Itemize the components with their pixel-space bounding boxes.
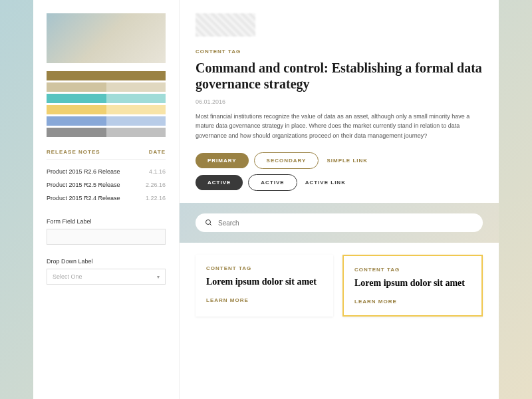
form-field-label: Form Field Label [47,218,166,225]
active-link[interactable]: ACTIVE LINK [303,175,348,190]
learn-more-link[interactable]: LEARN MORE [206,297,323,303]
card-tag: CONTENT TAG [354,267,471,273]
article-date: 06.01.2016 [196,98,483,105]
release-header-left: RELEASE NOTES [47,149,100,155]
card-title: Lorem ipsum dolor sit amet [206,277,323,288]
learn-more-link[interactable]: LEARN MORE [354,299,471,305]
release-name: Product 2015 R2.5 Release [47,182,120,188]
simple-link[interactable]: SIMPLE LINK [324,153,370,168]
color-swatch [47,71,106,80]
swatch-row [47,116,166,126]
dropdown-group: Drop Down Label Select One ▾ [47,258,166,285]
active-outline-button[interactable]: ACTIVE [248,174,297,191]
card-row: CONTENT TAGLorem ipsum dolor sit ametLEA… [196,255,483,317]
release-date: 2.26.16 [146,182,166,188]
card-title: Lorem ipsum dolor sit amet [354,278,471,289]
color-swatches [47,71,166,137]
release-date: 4.1.16 [149,168,166,175]
search-icon [205,219,213,227]
svg-point-0 [206,220,211,225]
sidebar: RELEASE NOTES DATE Product 2015 R2.6 Rel… [33,0,180,399]
release-row[interactable]: Product 2015 R2.5 Release2.26.16 [47,178,166,192]
color-swatch [106,105,166,114]
dropdown-label: Drop Down Label [47,258,166,265]
release-row[interactable]: Product 2015 R2.4 Release1.22.16 [47,192,166,205]
swatch-row [47,82,166,92]
swatch-row [47,128,166,137]
color-swatch [47,128,106,137]
release-row[interactable]: Product 2015 R2.6 Release4.1.16 [47,165,166,178]
search-band [180,203,499,243]
release-notes-list: Product 2015 R2.6 Release4.1.16Product 2… [47,165,166,205]
color-swatch [106,94,166,103]
active-button[interactable]: ACTIVE [196,175,243,190]
text-input[interactable] [47,229,166,245]
release-header-right: DATE [149,149,166,155]
hero-thumbnail [47,13,166,63]
swatch-row [47,105,166,114]
color-swatch [47,94,106,103]
article-headline: Command and control: Establishing a form… [196,60,483,92]
color-swatch [106,82,166,92]
release-name: Product 2015 R2.6 Release [47,168,120,175]
style-guide-container: RELEASE NOTES DATE Product 2015 R2.6 Rel… [33,0,499,399]
content-card[interactable]: CONTENT TAGLorem ipsum dolor sit ametLEA… [196,255,333,317]
color-swatch [47,105,106,114]
svg-line-1 [210,224,212,226]
main-content: CONTENT TAG Command and control: Establi… [180,0,499,399]
release-notes-header: RELEASE NOTES DATE [47,149,166,160]
swatch-row [47,71,166,80]
release-name: Product 2015 R2.4 Release [47,195,120,201]
color-swatch [106,71,166,80]
dropdown-placeholder: Select One [53,273,82,280]
card-tag: CONTENT TAG [206,265,323,271]
button-row-default: PRIMARY SECONDARY SIMPLE LINK [196,152,483,169]
button-row-active: ACTIVE ACTIVE ACTIVE LINK [196,174,483,191]
form-field-group: Form Field Label [47,218,166,245]
release-date: 1.22.16 [146,195,166,201]
color-swatch [106,116,166,126]
chevron-down-icon: ▾ [157,274,160,280]
secondary-button[interactable]: SECONDARY [254,152,319,169]
content-card[interactable]: CONTENT TAGLorem ipsum dolor sit ametLEA… [342,255,483,317]
article-body: Most financial institutions recognize th… [196,112,483,140]
logo-placeholder [196,13,255,37]
primary-button[interactable]: PRIMARY [196,153,249,168]
search-input[interactable] [218,219,473,227]
color-swatch [47,82,106,92]
search-box[interactable] [196,213,483,232]
color-swatch [106,128,166,137]
content-tag: CONTENT TAG [196,49,483,55]
dropdown-select[interactable]: Select One ▾ [47,269,166,285]
color-swatch [47,116,106,126]
swatch-row [47,94,166,103]
